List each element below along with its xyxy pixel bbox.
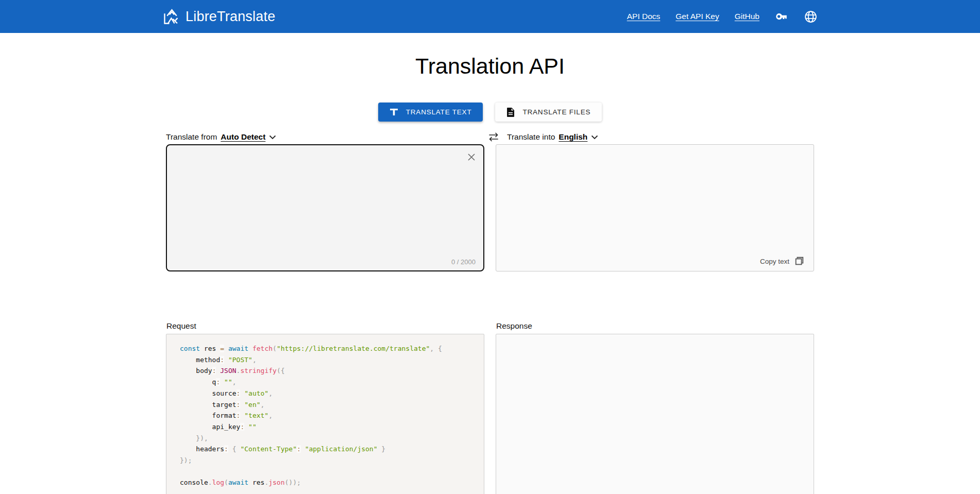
document-icon (506, 108, 515, 117)
source-language-dropdown[interactable]: Auto Detect (221, 132, 276, 142)
chevron-down-icon (269, 135, 276, 140)
swap-languages-button[interactable] (487, 131, 500, 143)
translate-boxes-row: 0 / 2000 Copy text (166, 144, 814, 271)
translate-panels: Translate from Auto Detect Translate int… (166, 131, 814, 271)
source-text-box: 0 / 2000 (166, 144, 484, 271)
target-language-value: English (559, 132, 587, 142)
source-text-input[interactable] (167, 145, 483, 246)
copy-text-button[interactable]: Copy text (757, 255, 807, 267)
translate-into-label: Translate into (507, 132, 555, 142)
target-text-box: Copy text (496, 144, 814, 271)
response-output (496, 334, 814, 494)
translate-from-label: Translate from (166, 132, 217, 142)
copy-icon (794, 256, 804, 266)
libretranslate-logo-icon (162, 7, 181, 26)
tab-translate-text[interactable]: TRANSLATE TEXT (378, 103, 483, 122)
target-language-col: Translate into English (496, 131, 814, 143)
clear-text-button[interactable] (466, 152, 477, 162)
target-language-dropdown[interactable]: English (559, 132, 598, 142)
brand-link[interactable]: LibreTranslate (162, 7, 275, 26)
tab-translate-files[interactable]: TRANSLATE FILES (495, 103, 602, 122)
swap-arrows-icon (487, 131, 500, 143)
tab-translate-files-label: TRANSLATE FILES (522, 108, 590, 116)
copy-text-label: Copy text (760, 258, 789, 265)
language-selector-row: Translate from Auto Detect Translate int… (166, 131, 814, 143)
page-title: Translation API (0, 54, 980, 79)
code-section: Request const res = await fetch("https:/… (166, 321, 814, 494)
source-language-value: Auto Detect (221, 132, 265, 142)
tab-translate-text-label: TRANSLATE TEXT (406, 108, 472, 116)
char-counter: 0 / 2000 (451, 258, 476, 266)
chevron-down-icon (591, 135, 598, 140)
api-key-button[interactable] (775, 10, 788, 23)
key-icon (775, 10, 788, 23)
response-label: Response (496, 321, 814, 331)
navbar-inner: LibreTranslate API Docs Get API Key GitH… (162, 0, 818, 33)
response-col: Response (496, 321, 814, 494)
nav-link-api-docs[interactable]: API Docs (627, 12, 661, 21)
source-language-col: Translate from Auto Detect (166, 131, 484, 143)
brand-text: LibreTranslate (185, 9, 275, 25)
text-icon (390, 108, 398, 116)
ui-language-button[interactable] (804, 10, 818, 24)
nav-link-github[interactable]: GitHub (735, 12, 759, 21)
nav-link-get-api-key[interactable]: Get API Key (675, 12, 719, 21)
globe-icon (804, 10, 818, 24)
mode-tabs: TRANSLATE TEXT TRANSLATE FILES (0, 103, 980, 122)
request-code: const res = await fetch("https://libretr… (166, 334, 484, 494)
nav-links: API Docs Get API Key GitHub (627, 10, 818, 24)
navbar: LibreTranslate API Docs Get API Key GitH… (0, 0, 980, 33)
request-label: Request (166, 321, 484, 331)
request-col: Request const res = await fetch("https:/… (166, 321, 484, 494)
close-icon (466, 152, 477, 162)
